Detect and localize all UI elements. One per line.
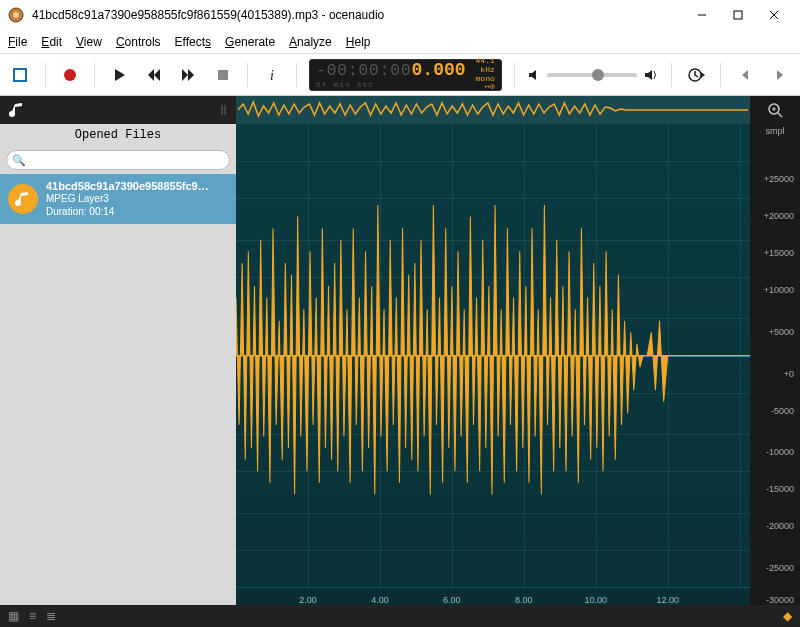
svg-marker-11 [182, 69, 188, 81]
status-list-icon[interactable]: ≡ [29, 609, 36, 623]
forward-button[interactable] [176, 61, 201, 89]
nav-forward-button[interactable] [767, 61, 792, 89]
svg-marker-16 [645, 70, 652, 80]
history-button[interactable] [684, 61, 709, 89]
volume-slider[interactable] [547, 73, 637, 77]
time-negative: -00:00:00 [316, 62, 411, 80]
svg-line-25 [778, 113, 782, 117]
main-area: Opened Files 🔍 41bcd58c91a7390e958855fc9… [0, 96, 800, 605]
svg-marker-18 [701, 72, 705, 78]
svg-marker-10 [154, 69, 160, 81]
menu-analyze[interactable]: Analyze [289, 35, 332, 49]
time-main: 0.000 [412, 60, 466, 80]
svg-marker-12 [188, 69, 194, 81]
amplitude-scale: smpl +25000 +20000 +15000 +10000 +5000 +… [750, 96, 800, 605]
waveform-area: 2.00 4.00 6.00 8.00 10.00 12.00 smpl +25… [236, 96, 800, 605]
status-grid-icon[interactable]: ▦ [8, 609, 19, 623]
file-list-item[interactable]: 41bcd58c91a7390e958855fc9… MPEG Layer3 D… [0, 174, 236, 224]
minimize-button[interactable] [684, 1, 720, 29]
amp-tick: -20000 [766, 521, 794, 531]
time-tick: 8.00 [515, 595, 533, 605]
svg-marker-20 [777, 70, 783, 80]
search-icon: 🔍 [12, 154, 26, 167]
amp-unit-label: smpl [750, 124, 800, 142]
menu-edit[interactable]: Edit [41, 35, 62, 49]
app-icon [8, 7, 24, 23]
svg-point-7 [64, 69, 76, 81]
amp-tick: -15000 [766, 484, 794, 494]
close-button[interactable] [756, 1, 792, 29]
waveform-canvas[interactable] [236, 124, 750, 587]
svg-marker-8 [115, 69, 125, 81]
amp-tick: -25000 [766, 563, 794, 573]
stop-button[interactable] [210, 61, 235, 89]
svg-rect-13 [218, 70, 228, 80]
amp-tick: +25000 [764, 174, 794, 184]
menu-file[interactable]: File [8, 35, 27, 49]
time-sub-label: hr min sec [316, 80, 465, 89]
svg-text:i: i [270, 68, 274, 83]
file-format: MPEG Layer3 [46, 192, 228, 205]
toolbar: i -00:00:000.000 hr min sec 44.1 kHz mon… [0, 54, 800, 96]
music-note-icon [8, 101, 26, 119]
svg-marker-9 [148, 69, 154, 81]
search-input[interactable] [6, 150, 230, 170]
info-button[interactable]: i [260, 61, 285, 89]
time-khz: 44.1 kHz [476, 57, 495, 75]
menu-controls[interactable]: Controls [116, 35, 161, 49]
volume-control[interactable] [527, 68, 659, 82]
menu-view[interactable]: View [76, 35, 102, 49]
svg-point-1 [13, 12, 19, 18]
svg-rect-6 [14, 69, 26, 81]
volume-high-icon [643, 68, 659, 82]
status-marker-icon[interactable]: ◆ [783, 609, 792, 623]
play-button[interactable] [107, 61, 132, 89]
svg-rect-3 [734, 11, 742, 19]
amp-tick: +5000 [769, 327, 794, 337]
time-tick: 10.00 [585, 595, 608, 605]
amp-tick: +20000 [764, 211, 794, 221]
sidebar-grip-icon[interactable] [220, 103, 228, 117]
file-duration: Duration: 00:14 [46, 205, 228, 218]
time-display: -00:00:000.000 hr min sec 44.1 kHz mono … [309, 59, 502, 91]
sidebar: Opened Files 🔍 41bcd58c91a7390e958855fc9… [0, 96, 236, 605]
amp-tick: -10000 [766, 447, 794, 457]
window-title: 41bcd58c91a7390e958855fc9f861559(4015389… [32, 8, 684, 22]
time-loop: ↦⊙ [476, 83, 495, 92]
svg-marker-15 [529, 70, 536, 80]
amp-tick: +10000 [764, 285, 794, 295]
menu-help[interactable]: Help [346, 35, 371, 49]
amp-tick: +0 [784, 369, 794, 379]
selection-tool-button[interactable] [8, 61, 33, 89]
volume-low-icon [527, 68, 541, 82]
sidebar-header [0, 96, 236, 124]
statusbar: ▦ ≡ ≣ ◆ [0, 605, 800, 627]
nav-back-button[interactable] [733, 61, 758, 89]
file-name: 41bcd58c91a7390e958855fc9… [46, 180, 228, 192]
time-tick: 6.00 [443, 595, 461, 605]
svg-marker-19 [742, 70, 748, 80]
menu-generate[interactable]: Generate [225, 35, 275, 49]
titlebar: 41bcd58c91a7390e958855fc9f861559(4015389… [0, 0, 800, 30]
file-audio-icon [8, 184, 38, 214]
sidebar-title: Opened Files [0, 124, 236, 146]
menubar: File Edit View Controls Effects Generate… [0, 30, 800, 54]
time-tick: 4.00 [371, 595, 389, 605]
amp-tick: -30000 [766, 595, 794, 605]
time-tick: 12.00 [656, 595, 679, 605]
rewind-button[interactable] [141, 61, 166, 89]
status-bars-icon[interactable]: ≣ [46, 609, 56, 623]
zoom-icon[interactable] [750, 96, 800, 124]
amp-tick: +15000 [764, 248, 794, 258]
menu-effects[interactable]: Effects [175, 35, 211, 49]
waveform-overview[interactable] [236, 96, 750, 124]
time-tick: 2.00 [299, 595, 317, 605]
amp-tick: -5000 [771, 406, 794, 416]
time-ruler[interactable]: 2.00 4.00 6.00 8.00 10.00 12.00 [236, 587, 750, 605]
record-button[interactable] [57, 61, 82, 89]
maximize-button[interactable] [720, 1, 756, 29]
